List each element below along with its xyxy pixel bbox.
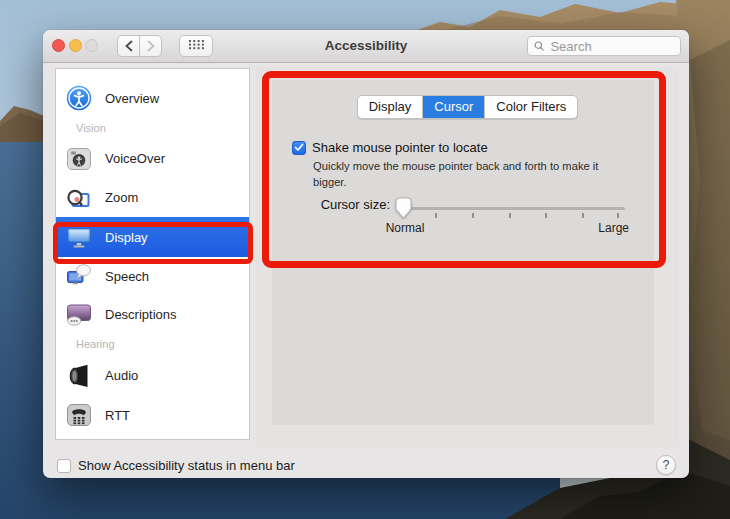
sidebar-item-label: Overview (105, 91, 159, 106)
sidebar: Overview Vision VoiceOver (55, 68, 250, 440)
voiceover-icon (66, 146, 92, 172)
slider-tick (472, 213, 474, 218)
zoom-icon (66, 185, 92, 211)
checkmark-icon (294, 143, 304, 152)
shake-pointer-row: Shake mouse pointer to locate (292, 140, 488, 155)
tab-color-filters[interactable]: Color Filters (484, 96, 577, 118)
cursor-size-slider: Normal Large (395, 190, 627, 235)
accessibility-status-row: Show Accessibility status in menu bar (57, 458, 295, 473)
minimize-button[interactable] (69, 39, 82, 52)
slider-tick (545, 213, 547, 218)
sidebar-item-descriptions[interactable]: Descriptions (56, 295, 249, 333)
chevron-right-icon (146, 40, 156, 52)
audio-icon (66, 362, 92, 388)
sidebar-item-label: Display (105, 230, 148, 245)
sidebar-item-zoom[interactable]: Zoom (56, 178, 249, 217)
display-icon (66, 224, 92, 250)
slider-thumb[interactable] (395, 197, 412, 219)
slider-min-label: Normal (381, 221, 429, 235)
search-input[interactable] (548, 38, 674, 55)
sidebar-item-speech[interactable]: Speech (56, 257, 249, 295)
sidebar-item-display[interactable]: Display (56, 217, 249, 257)
segmented-control: Display Cursor Color Filters (357, 95, 579, 119)
window-title: Accessibility (163, 30, 569, 62)
slider-tick (582, 213, 584, 218)
preferences-window: Accessibility Overview Vision (43, 30, 689, 478)
forward-button[interactable] (139, 35, 162, 57)
sidebar-item-label: Speech (105, 269, 149, 284)
tab-bar: Display Cursor Color Filters (256, 95, 679, 119)
slider-tick (435, 213, 437, 218)
title-bar: Accessibility (43, 30, 689, 63)
rtt-icon (66, 402, 92, 428)
search-field[interactable] (527, 36, 681, 56)
close-button[interactable] (52, 39, 65, 52)
slider-max-label: Large (598, 221, 629, 235)
sidebar-section-vision: Vision (56, 117, 249, 139)
sidebar-item-label: VoiceOver (105, 151, 165, 166)
cursor-size-label: Cursor size: (275, 197, 390, 212)
slider-tick (509, 213, 511, 218)
tab-display[interactable]: Display (358, 96, 423, 118)
zoom-window-button[interactable] (85, 39, 98, 52)
accessibility-icon (66, 85, 92, 111)
sidebar-item-voiceover[interactable]: VoiceOver (56, 139, 249, 178)
accessibility-status-checkbox[interactable] (57, 459, 71, 473)
speech-icon (66, 263, 92, 289)
back-button[interactable] (117, 35, 140, 57)
sidebar-item-label: Zoom (105, 190, 138, 205)
shake-pointer-label: Shake mouse pointer to locate (312, 140, 488, 155)
tab-cursor[interactable]: Cursor (422, 96, 484, 118)
slider-track[interactable] (397, 207, 625, 210)
sidebar-item-label: Audio (105, 368, 138, 383)
sidebar-item-label: RTT (105, 408, 130, 423)
descriptions-icon (66, 301, 92, 327)
sidebar-item-rtt[interactable]: RTT (56, 395, 249, 435)
sidebar-item-audio[interactable]: Audio (56, 355, 249, 395)
slider-tick (617, 213, 619, 218)
sidebar-section-hearing: Hearing (56, 333, 249, 355)
shake-pointer-checkbox[interactable] (292, 141, 306, 155)
search-icon (534, 40, 544, 52)
accessibility-status-label: Show Accessibility status in menu bar (78, 458, 295, 473)
shake-pointer-description: Quickly move the mouse pointer back and … (313, 158, 621, 190)
help-button[interactable]: ? (656, 455, 676, 475)
sidebar-item-overview[interactable]: Overview (56, 79, 249, 117)
detail-pane-content-area (272, 80, 654, 425)
sidebar-item-label: Descriptions (105, 307, 177, 322)
nav-button-group (117, 35, 162, 57)
chevron-left-icon (124, 40, 134, 52)
